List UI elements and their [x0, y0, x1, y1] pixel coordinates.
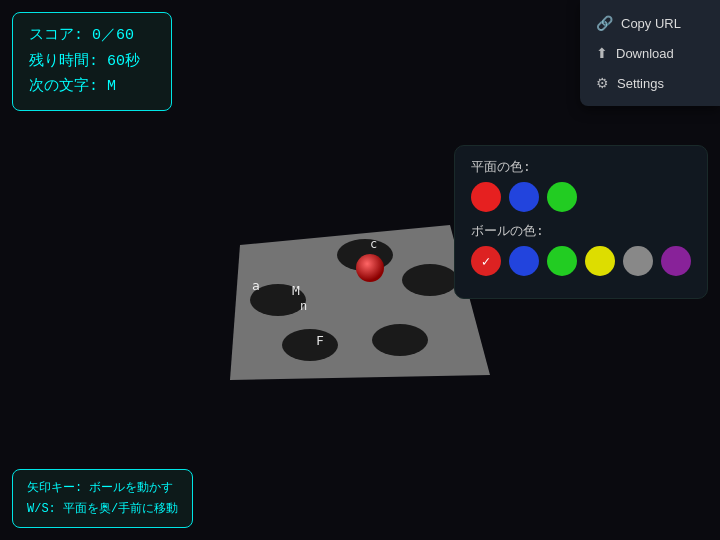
ball-color-gray[interactable]: [623, 246, 653, 276]
surface-color-blue[interactable]: [509, 182, 539, 212]
svg-text:M: M: [292, 283, 300, 298]
ball-color-yellow[interactable]: [585, 246, 615, 276]
surface-color-row: [471, 182, 691, 212]
ball-color-red[interactable]: [471, 246, 501, 276]
context-menu: 🔗 Copy URL ⬆ Download ⚙ Settings: [580, 0, 720, 106]
svg-point-4: [402, 264, 458, 296]
download-icon: ⬆: [596, 45, 608, 61]
svg-point-5: [282, 329, 338, 361]
svg-point-6: [372, 324, 428, 356]
settings-button[interactable]: ⚙ Settings: [580, 68, 720, 98]
time-label: 残り時間: 60秒: [29, 49, 155, 75]
svg-text:F: F: [316, 333, 324, 348]
ball-color-blue[interactable]: [509, 246, 539, 276]
instruction-line-2: W/S: 平面を奥/手前に移動: [27, 499, 178, 519]
ball-color-purple[interactable]: [661, 246, 691, 276]
ball-color-label: ボールの色:: [471, 222, 691, 240]
ball-color-row: [471, 246, 691, 276]
ball-color-green[interactable]: [547, 246, 577, 276]
download-button[interactable]: ⬆ Download: [580, 38, 720, 68]
surface-color-label: 平面の色:: [471, 158, 691, 176]
next-label: 次の文字: M: [29, 74, 155, 100]
svg-text:n: n: [300, 299, 307, 313]
surface-color-red[interactable]: [471, 182, 501, 212]
color-panel: 平面の色: ボールの色:: [454, 145, 708, 299]
svg-text:a: a: [252, 278, 260, 293]
settings-icon: ⚙: [596, 75, 609, 91]
copy-url-button[interactable]: 🔗 Copy URL: [580, 8, 720, 38]
score-label: スコア: 0／60: [29, 23, 155, 49]
score-panel: スコア: 0／60 残り時間: 60秒 次の文字: M: [12, 12, 172, 111]
surface-color-green[interactable]: [547, 182, 577, 212]
instruction-line-1: 矢印キー: ボールを動かす: [27, 478, 178, 498]
svg-point-13: [356, 254, 384, 282]
svg-text:c: c: [370, 237, 377, 251]
instructions-panel: 矢印キー: ボールを動かす W/S: 平面を奥/手前に移動: [12, 469, 193, 528]
copy-icon: 🔗: [596, 15, 613, 31]
